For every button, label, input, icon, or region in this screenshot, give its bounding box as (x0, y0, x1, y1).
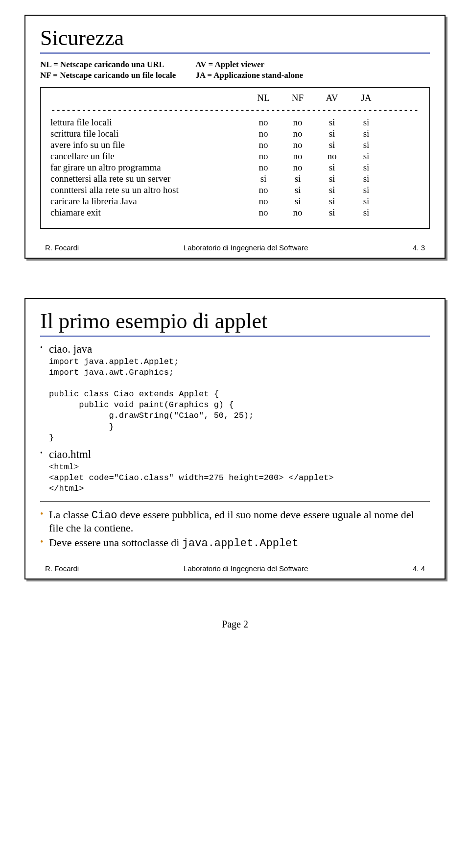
row-label: avere info su un file (50, 140, 246, 150)
row-label: connettersi alla rete su un server (50, 173, 246, 184)
cell: no (315, 151, 349, 162)
cell: no (246, 185, 281, 195)
slide-title: Sicurezza (40, 25, 430, 50)
cell: si (349, 185, 383, 195)
row-label: scrittura file locali (50, 128, 246, 139)
bullet-list: ciao. java import java.applet.Applet; im… (40, 343, 430, 494)
col-header: NF (281, 93, 315, 103)
cell: no (246, 140, 281, 150)
cell: no (281, 162, 315, 173)
col-header: NL (246, 93, 281, 103)
slide-applet-example: Il primo esempio di applet ciao. java im… (24, 298, 446, 579)
note-item: Deve essere una sottoclasse di java.appl… (49, 536, 430, 550)
cell: si (315, 207, 349, 218)
table-row: scrittura file localinonosisi (50, 128, 420, 139)
document-page: Sicurezza NL = Netscape caricando una UR… (0, 0, 470, 640)
cell: si (349, 128, 383, 139)
table-header: NL NF AV JA (50, 93, 420, 103)
footer-author: R. Focardi (45, 243, 79, 252)
title-rule (40, 52, 430, 54)
bullet-label: ciao. java (49, 343, 92, 355)
cell: si (281, 185, 315, 195)
code-block-java: import java.applet.Applet; import java.a… (49, 357, 430, 443)
cell: si (315, 128, 349, 139)
cell: no (281, 207, 315, 218)
cell: no (246, 128, 281, 139)
table-row: avere info su un filenonosisi (50, 140, 420, 150)
cell: no (281, 128, 315, 139)
row-label: connttersi alla rete su un altro host (50, 185, 246, 195)
divider: ----------------------------------------… (50, 104, 420, 115)
legend-left: NL = Netscape caricando una URL NF = Net… (40, 60, 176, 81)
footer-course: Laboratorio di Ingegneria del Software (184, 243, 308, 252)
row-label: chiamare exit (50, 207, 246, 218)
legend: NL = Netscape caricando una URL NF = Net… (40, 60, 430, 81)
col-header: AV (315, 93, 349, 103)
cell: si (315, 196, 349, 207)
cell: si (349, 173, 383, 184)
cell: no (246, 207, 281, 218)
legend-item: NF = Netscape caricando un file locale (40, 71, 176, 80)
cell: si (281, 196, 315, 207)
table-row: far girare un altro programmanonosisi (50, 162, 420, 173)
cell: no (281, 151, 315, 162)
cell: si (315, 173, 349, 184)
legend-item: JA = Applicazione stand-alone (195, 71, 303, 80)
row-label: cancellare un file (50, 151, 246, 162)
legend-item: NL = Netscape caricando una URL (40, 60, 176, 70)
permission-table: NL NF AV JA ----------------------------… (40, 87, 430, 229)
bullet-label: ciao.html (49, 448, 91, 460)
legend-right: AV = Applet viewer JA = Applicazione sta… (195, 60, 303, 81)
table-row: connttersi alla rete su un altro hostnos… (50, 185, 420, 195)
cell: no (246, 151, 281, 162)
note-item: La classe Ciao deve essere pubblica, ed … (49, 508, 430, 534)
cell: si (315, 117, 349, 128)
bullet-item: ciao.html <html> <applet code="Ciao.clas… (49, 448, 430, 494)
footer-course: Laboratorio di Ingegneria del Software (184, 564, 308, 573)
bullet-item: ciao. java import java.applet.Applet; im… (49, 343, 430, 443)
legend-item: AV = Applet viewer (195, 60, 303, 70)
footer-num: 4. 4 (413, 564, 425, 573)
cell: si (349, 140, 383, 150)
cell: no (246, 117, 281, 128)
row-label: far girare un altro programma (50, 162, 246, 173)
footer-num: 4. 3 (413, 243, 425, 252)
table-row: lettura file localinonosisi (50, 117, 420, 128)
cell: si (349, 207, 383, 218)
cell: si (281, 173, 315, 184)
divider (40, 501, 430, 502)
table-row: connettersi alla rete su un serversisisi… (50, 173, 420, 184)
notes-list: La classe Ciao deve essere pubblica, ed … (40, 508, 430, 550)
row-label: caricare la libreria Java (50, 196, 246, 207)
cell: no (246, 196, 281, 207)
cell: si (349, 151, 383, 162)
cell: no (281, 117, 315, 128)
col-header: JA (349, 93, 383, 103)
page-number: Page 2 (24, 619, 446, 630)
slide-footer: R. Focardi Laboratorio di Ingegneria del… (40, 243, 430, 252)
slide-title: Il primo esempio di applet (40, 309, 430, 334)
cell: si (315, 185, 349, 195)
title-rule (40, 336, 430, 337)
cell: si (246, 173, 281, 184)
cell: si (315, 162, 349, 173)
code-block-html: <html> <applet code="Ciao.class" width=2… (49, 462, 430, 494)
cell: si (349, 196, 383, 207)
cell: si (349, 117, 383, 128)
row-label: lettura file locali (50, 117, 246, 128)
cell: si (349, 162, 383, 173)
cell: no (281, 140, 315, 150)
cell: si (315, 140, 349, 150)
cell: no (246, 162, 281, 173)
slide-footer: R. Focardi Laboratorio di Ingegneria del… (40, 564, 430, 573)
table-row: caricare la libreria Javanosisisi (50, 196, 420, 207)
table-row: chiamare exitnonosisi (50, 207, 420, 218)
footer-author: R. Focardi (45, 564, 79, 573)
slide-security: Sicurezza NL = Netscape caricando una UR… (24, 15, 446, 259)
table-row: cancellare un filenononosi (50, 151, 420, 162)
